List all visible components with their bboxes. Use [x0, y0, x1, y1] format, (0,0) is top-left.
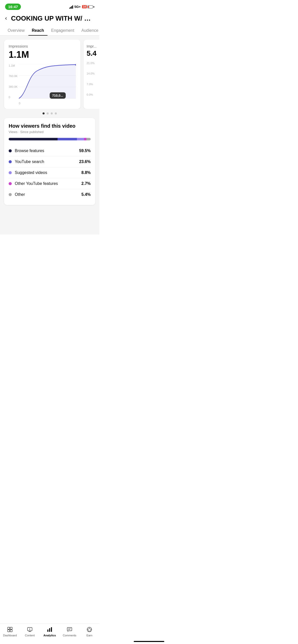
network-type: 5G+: [74, 5, 81, 9]
viewer-section-subtitle: Views · Since published: [9, 130, 91, 134]
impressions-card-2: Impr... 5.4 21.0% 14.0% 7.0% 0.0%: [84, 40, 99, 109]
dot-other-yt: [9, 182, 12, 185]
pagination-dots: [0, 109, 99, 118]
source-label-search: YouTube search: [15, 159, 44, 164]
status-bar: 16:47 5G+ 14: [0, 0, 99, 12]
impressions2-value: 5.4: [87, 49, 99, 57]
status-time: 16:47: [5, 4, 21, 10]
back-button[interactable]: ‹: [4, 14, 8, 23]
dot-search: [9, 160, 12, 163]
tab-overview[interactable]: Overview: [4, 26, 28, 35]
source-row-suggested: Suggested videos 8.8%: [9, 167, 91, 178]
source-pct-search: 23.6%: [79, 159, 91, 164]
source-label-other-yt: Other YouTube features: [15, 181, 58, 186]
bar-other-yt: [84, 138, 86, 140]
page-title: COOKING UP WITH W/ GU...: [11, 14, 95, 22]
tab-audience[interactable]: Audience: [78, 26, 99, 35]
chart-x-start: 0: [19, 102, 20, 105]
viewer-source-card: How viewers find this video Views · Sinc…: [4, 118, 95, 205]
dot-browse: [9, 149, 12, 152]
tab-reach[interactable]: Reach: [28, 26, 48, 35]
bar-search: [58, 138, 77, 140]
dot-3[interactable]: [51, 112, 53, 114]
impressions-chart: 1.1M 760.0K 380.0K 0: [9, 64, 76, 105]
stacked-bar: [9, 138, 91, 140]
source-label-other: Other: [15, 192, 25, 197]
tab-engagement[interactable]: Engagement: [48, 26, 78, 35]
main-content: Impressions 1.1M 1.1M 760.0K 380.0K 0: [0, 36, 99, 235]
battery-level: 14: [82, 5, 87, 8]
source-pct-other: 5.4%: [82, 192, 91, 197]
status-icons: 5G+ 14: [69, 5, 94, 9]
bar-browse: [9, 138, 58, 140]
impressions-value: 1.1M: [9, 49, 76, 60]
dot-4[interactable]: [55, 112, 57, 114]
impressions2-label: Impr...: [87, 44, 99, 48]
source-row-other: Other 5.4%: [9, 189, 91, 200]
dot-1[interactable]: [43, 112, 45, 114]
battery-icon: 14: [82, 5, 94, 8]
impressions-label: Impressions: [9, 44, 76, 48]
tabs: Overview Reach Engagement Audience: [0, 26, 99, 36]
chart-y-labels: 1.1M 760.0K 380.0K 0: [9, 64, 19, 99]
metrics-cards-row: Impressions 1.1M 1.1M 760.0K 380.0K 0: [0, 40, 99, 109]
signal-icon: [69, 5, 73, 9]
viewer-section-title: How viewers find this video: [9, 123, 91, 129]
source-row-other-yt: Other YouTube features 2.7%: [9, 178, 91, 189]
impressions-card: Impressions 1.1M 1.1M 760.0K 380.0K 0: [4, 40, 80, 109]
bar-other: [86, 138, 91, 140]
chart-tooltip: 710,0...: [50, 92, 66, 99]
bar-suggested: [77, 138, 84, 140]
chart2-area: 21.0% 14.0% 7.0% 0.0%: [87, 62, 99, 96]
source-row-browse: Browse features 59.5%: [9, 145, 91, 156]
source-pct-other-yt: 2.7%: [82, 181, 91, 186]
header: ‹ COOKING UP WITH W/ GU...: [0, 12, 99, 26]
source-pct-browse: 59.5%: [79, 149, 91, 153]
chart-svg-area: [19, 64, 76, 99]
source-pct-suggested: 8.8%: [82, 170, 91, 175]
source-label-suggested: Suggested videos: [15, 170, 47, 175]
source-row-search: YouTube search 23.6%: [9, 156, 91, 167]
source-label-browse: Browse features: [15, 149, 44, 153]
dot-other: [9, 193, 12, 196]
dot-suggested: [9, 171, 12, 174]
dot-2[interactable]: [47, 112, 49, 114]
